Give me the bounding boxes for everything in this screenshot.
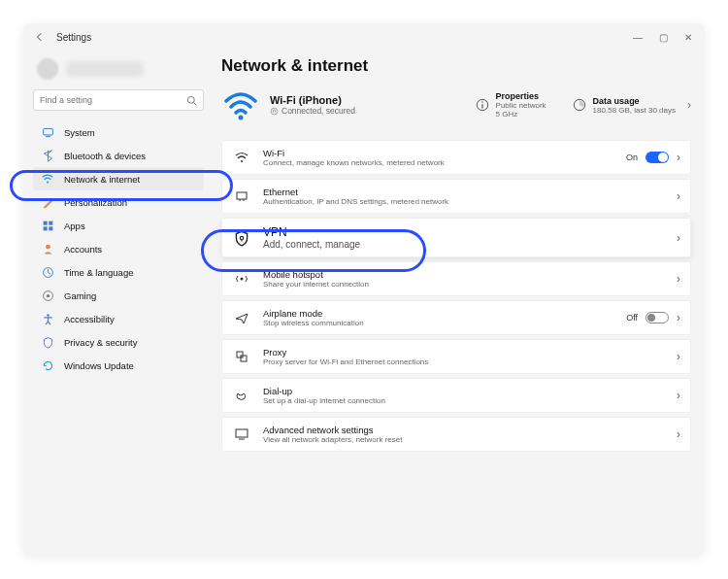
sidebar-item-personalization[interactable]: Personalization [33,190,204,214]
sidebar-item-update[interactable]: Windows Update [33,354,204,377]
apps-icon [41,219,54,232]
sidebar-item-label: Accounts [64,244,102,255]
bluetooth-icon [41,149,54,162]
chevron-right-icon: › [677,231,680,245]
row-title: Proxy [263,347,677,358]
proxy-icon [232,347,251,366]
row-wifi[interactable]: Wi-Fi Connect, manage known networks, me… [221,140,691,175]
row-dialup[interactable]: Dial-up Set up a dial-up internet connec… [221,378,691,413]
search-box[interactable] [33,89,204,111]
sidebar-item-label: Time & language [64,267,133,278]
row-sub: View all network adapters, network reset [263,435,677,444]
sidebar-item-gaming[interactable]: Gaming [33,284,204,307]
svg-point-14 [239,116,244,120]
row-title: Dial-up [263,386,677,396]
hotspot-icon [232,269,251,289]
row-title: Mobile hotspot [263,269,677,280]
row-title: Airplane mode [263,308,626,319]
settings-window: Settings — ▢ ✕ System [23,23,705,556]
sidebar-item-system[interactable]: System [33,120,204,144]
minimize-button[interactable]: — [631,32,645,43]
airplane-toggle[interactable] [645,312,669,324]
row-proxy[interactable]: Proxy Proxy server for Wi-Fi and Etherne… [221,339,691,374]
row-hotspot[interactable]: Mobile hotspot Share your internet conne… [221,261,691,296]
properties-card[interactable]: Properties Public network 5 GHz [475,91,546,119]
top-summary: Wi-Fi (iPhone) Connected, secured Proper… [221,85,691,124]
row-ethernet[interactable]: Ethernet Authentication, IP and DNS sett… [221,179,691,214]
airplane-icon [232,308,251,327]
wifi-status: Connected, secured [270,106,355,116]
properties-sub1: Public network [496,101,546,110]
sidebar-item-apps[interactable]: Apps [33,214,204,237]
svg-point-20 [241,160,243,162]
usage-label: Data usage [593,96,676,106]
svg-point-15 [271,108,278,115]
svg-rect-6 [49,221,52,224]
titlebar: Settings — ▢ ✕ [23,23,705,51]
sidebar-item-privacy[interactable]: Privacy & security [33,330,204,354]
row-sub: Connect, manage known networks, metered … [263,158,626,167]
sidebar-item-label: Personalization [64,197,127,208]
row-title: Advanced network settings [263,425,677,435]
wifi-large-icon [221,85,260,124]
svg-rect-5 [43,221,47,224]
privacy-icon [41,335,54,349]
chevron-right-icon: › [677,427,680,441]
sidebar-item-label: Privacy & security [64,337,138,348]
sidebar-item-label: Windows Update [64,360,134,371]
user-profile[interactable] [37,58,204,80]
maximize-button[interactable]: ▢ [656,32,670,43]
row-sub: Authentication, IP and DNS settings, met… [263,197,677,206]
svg-point-13 [47,314,49,316]
secured-icon [270,107,279,116]
wifi-icon [41,172,54,186]
user-name-blurred [66,61,144,77]
app-title: Settings [56,32,631,43]
row-title: VPN [263,225,677,239]
row-vpn[interactable]: VPN Add, connect, manage › [221,218,691,257]
sidebar-item-time[interactable]: Time & language [33,260,204,284]
chevron-right-icon: › [687,98,691,112]
properties-label: Properties [496,91,546,101]
row-sub: Add, connect, manage [263,239,677,250]
nav-list: System Bluetooth & devices Network & int… [33,120,204,377]
dialup-icon [232,386,251,405]
sidebar-item-label: Apps [64,221,85,231]
svg-rect-27 [237,352,243,358]
sidebar-item-label: Network & internet [64,174,140,185]
advanced-icon [232,425,251,444]
row-advanced[interactable]: Advanced network settings View all netwo… [221,417,691,452]
svg-point-12 [46,293,49,296]
usage-sub: 180.58 GB, last 30 days [593,106,676,115]
sidebar-item-label: Gaming [64,290,96,301]
accounts-icon [41,242,54,255]
sidebar-item-accounts[interactable]: Accounts [33,237,204,260]
sidebar-item-network[interactable]: Network & internet [33,167,204,190]
close-button[interactable]: ✕ [681,32,695,43]
svg-point-18 [481,101,482,102]
avatar [37,58,58,80]
usage-icon [572,97,587,113]
search-input[interactable] [40,95,186,105]
back-button[interactable] [33,30,47,44]
row-sub: Share your internet connection [263,280,677,289]
svg-rect-28 [241,356,247,361]
search-icon [186,95,197,106]
time-icon [41,265,54,279]
sidebar-item-bluetooth[interactable]: Bluetooth & devices [33,144,204,167]
usage-card[interactable]: Data usage 180.58 GB, last 30 days [572,96,676,115]
settings-rows: Wi-Fi Connect, manage known networks, me… [221,140,691,452]
row-airplane[interactable]: Airplane mode Stop wireless communicatio… [221,300,691,335]
vpn-shield-icon [232,228,251,248]
row-sub: Proxy server for Wi-Fi and Ethernet conn… [263,358,677,366]
sidebar-item-accessibility[interactable]: Accessibility [33,307,204,330]
wifi-toggle[interactable] [645,152,669,163]
main-panel: Network & internet Wi-Fi (iPhone) [210,51,705,556]
svg-rect-2 [43,128,52,135]
update-icon [41,358,54,372]
wifi-name: Wi-Fi (iPhone) [270,94,355,106]
chevron-right-icon: › [677,350,680,363]
row-title: Wi-Fi [263,148,626,158]
wifi-summary[interactable]: Wi-Fi (iPhone) Connected, secured [221,85,463,124]
svg-point-4 [47,181,49,183]
